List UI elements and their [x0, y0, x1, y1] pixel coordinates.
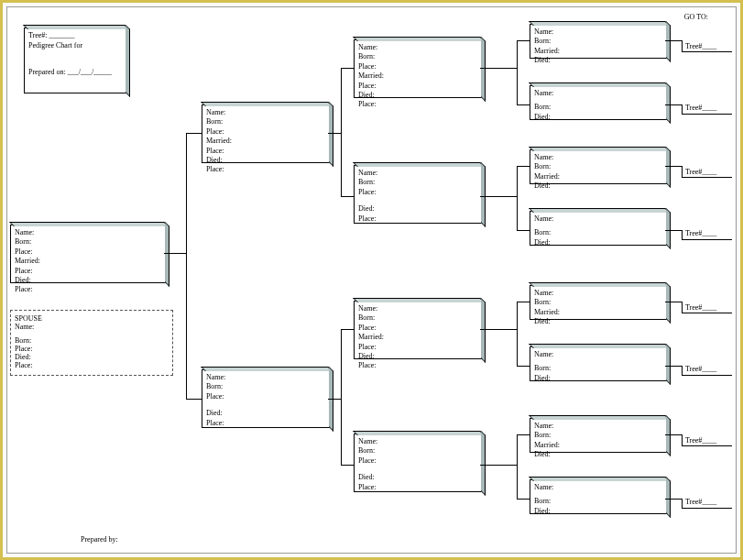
gen4-5[interactable]: Name: Born: Married: Died: — [530, 285, 667, 320]
name-label: Name: — [534, 214, 662, 224]
born-label: Born: — [534, 298, 662, 307]
connector — [517, 166, 518, 230]
gen4-8[interactable]: Name: Born: Died: — [530, 479, 667, 514]
gen2-father[interactable]: Name: Born: Place: Married: Place: Died:… — [202, 104, 330, 163]
born-label: Born: — [534, 364, 662, 373]
gen3-3[interactable]: Name: Born: Place: Married: Place: Died:… — [354, 301, 482, 359]
tree-ref-1[interactable]: Tree#____ — [685, 42, 716, 50]
gen4-3[interactable]: Name: Born: Married: Died: — [530, 149, 667, 184]
place-label: Place: — [358, 361, 477, 370]
gen3-1[interactable]: Name: Born: Place: Married: Place: Died:… — [354, 39, 482, 98]
gen3-2[interactable]: Name: Born: Place: Died: Place: — [354, 165, 482, 224]
name-label: Name: — [534, 422, 662, 431]
married-label: Married: — [534, 47, 662, 56]
born-label: Born: — [358, 446, 477, 456]
connector — [682, 114, 732, 115]
place-label: Place: — [206, 392, 325, 401]
connector — [480, 68, 517, 69]
born-label: Born: — [15, 237, 161, 247]
connector — [186, 399, 202, 400]
tree-ref-7[interactable]: Tree#____ — [685, 436, 716, 445]
gen4-7[interactable]: Name: Born: Married: Died: — [530, 418, 667, 453]
connector — [682, 313, 732, 313]
connector — [682, 375, 732, 376]
connector — [517, 302, 518, 366]
name-label: Name: — [358, 43, 477, 52]
born-label: Born: — [534, 497, 662, 506]
place-label: Place: — [15, 285, 161, 294]
died-label: Died: — [534, 113, 662, 122]
gen2-mother[interactable]: Name: Born: Place: Died: Place: — [202, 369, 330, 428]
place-label: Place: — [358, 100, 477, 109]
connector — [164, 253, 186, 254]
born-label: Born: — [534, 431, 662, 440]
prepared-on-label: Prepared on: — [28, 68, 66, 76]
name-label: Name: — [206, 373, 325, 382]
name-label: Name: — [534, 289, 662, 298]
born-label: Born: — [534, 103, 662, 112]
born-label: Born: — [206, 117, 325, 126]
connector — [682, 177, 732, 178]
connector — [517, 366, 530, 367]
connector — [480, 196, 517, 197]
tree-ref-2[interactable]: Tree#____ — [685, 104, 716, 112]
name-label: Name: — [15, 323, 169, 331]
married-label: Married: — [534, 441, 662, 450]
place-label: Place: — [206, 165, 325, 174]
tree-ref-6[interactable]: Tree#____ — [685, 365, 716, 373]
person-self[interactable]: Name: Born: Place: Married: Place: Died:… — [10, 225, 166, 283]
name-label: Name: — [358, 304, 477, 313]
connector — [517, 40, 530, 41]
connector — [517, 230, 530, 231]
born-label: Born: — [358, 313, 477, 323]
died-label: Died: — [358, 204, 477, 214]
gen4-4[interactable]: Name: Born: Died: — [530, 211, 667, 246]
died-label: Died: — [534, 56, 662, 65]
born-label: Born: — [358, 178, 477, 187]
tree-ref-3[interactable]: Tree#____ — [685, 168, 716, 176]
name-label: Name: — [15, 228, 161, 237]
connector — [682, 104, 683, 114]
connector — [682, 434, 683, 445]
place-label: Place: — [358, 343, 477, 352]
connector — [517, 302, 530, 302]
spouse-box[interactable]: SPOUSE Name: Born: Place: Died: Place: — [10, 310, 173, 376]
name-label: Name: — [358, 169, 477, 178]
place-label: Place: — [206, 147, 325, 156]
connector — [328, 399, 341, 400]
connector — [665, 434, 682, 435]
connector — [517, 104, 530, 105]
connector — [517, 434, 518, 499]
connector — [682, 508, 732, 509]
tree-ref-4[interactable]: Tree#____ — [685, 229, 716, 237]
gen4-6[interactable]: Name: Born: Died: — [530, 346, 667, 381]
place-label: Place: — [358, 62, 477, 71]
married-label: Married: — [534, 172, 662, 181]
place-label: Place: — [15, 345, 169, 353]
connector — [665, 302, 682, 302]
gen3-4[interactable]: Name: Born: Place: Died: Place: — [354, 434, 482, 492]
connector — [517, 166, 530, 167]
married-label: Married: — [358, 333, 477, 342]
connector — [682, 445, 732, 446]
connector — [341, 68, 354, 69]
tree-ref-5[interactable]: Tree#____ — [685, 303, 716, 312]
connector — [682, 51, 732, 52]
died-label: Died: — [358, 91, 477, 100]
connector — [665, 366, 682, 367]
died-label: Died: — [534, 450, 662, 459]
place-label: Place: — [15, 361, 169, 369]
name-label: Name: — [358, 437, 477, 446]
connector — [186, 133, 187, 399]
place-label: Place: — [358, 82, 477, 91]
prepared-on-date: ___/___/_____ — [68, 68, 112, 76]
connector — [682, 40, 683, 51]
connector — [517, 499, 530, 500]
prepared-by-label: Prepared by: — [81, 535, 118, 544]
connector — [665, 104, 682, 105]
gen4-2[interactable]: Name: Born: Died: — [530, 85, 667, 120]
born-label: Born: — [15, 336, 169, 345]
gen4-1[interactable]: Name: Born: Married: Died: — [530, 24, 667, 59]
tree-ref-8[interactable]: Tree#____ — [685, 498, 716, 506]
title-box: Tree#: _______ Pedigree Chart for Prepar… — [24, 27, 126, 93]
